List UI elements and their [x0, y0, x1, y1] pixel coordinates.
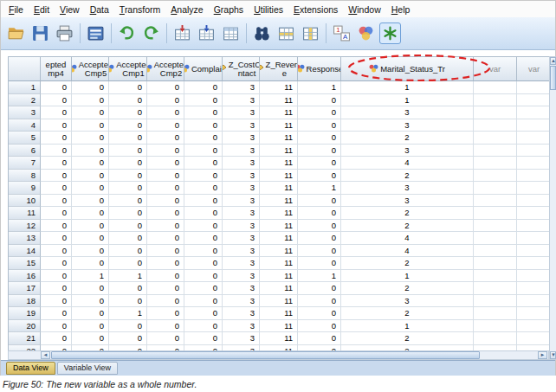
- cell[interactable]: [474, 132, 517, 145]
- menu-data[interactable]: Data: [85, 3, 114, 16]
- save-icon[interactable]: [29, 22, 51, 44]
- cell[interactable]: [517, 245, 550, 258]
- cell[interactable]: 0: [147, 220, 184, 233]
- cell[interactable]: 0: [298, 207, 341, 220]
- cell[interactable]: 0: [109, 220, 147, 233]
- row-number[interactable]: 14: [9, 245, 41, 258]
- cell[interactable]: 0: [184, 106, 223, 119]
- cell[interactable]: 0: [109, 320, 147, 333]
- cell[interactable]: 11: [260, 157, 298, 170]
- cell[interactable]: 2: [341, 257, 474, 270]
- cell[interactable]: 1: [341, 81, 474, 94]
- cell[interactable]: 0: [41, 119, 72, 132]
- cell[interactable]: 0: [41, 145, 72, 157]
- cell[interactable]: 3: [341, 195, 474, 208]
- cell[interactable]: [474, 195, 517, 208]
- menu-analyze[interactable]: Analyze: [165, 3, 208, 16]
- cell[interactable]: 0: [41, 94, 72, 107]
- cell[interactable]: 0: [298, 145, 341, 157]
- cell[interactable]: 0: [147, 320, 184, 333]
- cell[interactable]: 0: [109, 182, 147, 195]
- value-labels-icon[interactable]: 1A: [331, 22, 352, 44]
- cell[interactable]: 0: [72, 282, 109, 295]
- menu-utilities[interactable]: Utilities: [249, 3, 288, 16]
- scroll-up-button[interactable]: ▲: [550, 57, 556, 65]
- cell[interactable]: 0: [298, 106, 341, 119]
- insert-cases-icon[interactable]: [275, 22, 297, 44]
- cell[interactable]: 11: [260, 257, 298, 270]
- row-number[interactable]: 2: [9, 94, 41, 107]
- cell[interactable]: 0: [109, 207, 147, 220]
- column-header-accepted-cmp4[interactable]: eptedmp4: [41, 57, 72, 81]
- row-number[interactable]: 5: [9, 132, 41, 145]
- horizontal-scroll-thumb[interactable]: [51, 351, 480, 359]
- cell[interactable]: 0: [147, 195, 184, 208]
- cell[interactable]: 3: [341, 145, 474, 157]
- cell[interactable]: [474, 106, 517, 119]
- cell[interactable]: [474, 170, 517, 183]
- cell[interactable]: 0: [147, 81, 184, 94]
- cell[interactable]: 0: [41, 232, 72, 245]
- show-all-variables-icon[interactable]: [379, 22, 401, 44]
- cell[interactable]: 0: [184, 270, 223, 283]
- cell[interactable]: 0: [72, 145, 109, 157]
- cell[interactable]: 4: [341, 245, 474, 258]
- cell[interactable]: [474, 332, 517, 345]
- recall-dialogs-icon[interactable]: [85, 22, 107, 44]
- cell[interactable]: 0: [147, 132, 184, 145]
- cell[interactable]: 0: [184, 182, 223, 195]
- cell[interactable]: 1: [298, 81, 341, 94]
- cell[interactable]: [474, 320, 517, 333]
- cell[interactable]: 1: [109, 270, 147, 283]
- menu-edit[interactable]: Edit: [29, 3, 55, 16]
- cell[interactable]: 1: [298, 182, 341, 195]
- cell[interactable]: [474, 157, 517, 170]
- tab-data-view[interactable]: Data View: [6, 362, 55, 375]
- cell[interactable]: 0: [109, 132, 147, 145]
- cell[interactable]: 3: [223, 245, 260, 258]
- cell[interactable]: 2: [341, 170, 474, 183]
- cell[interactable]: 0: [72, 232, 109, 245]
- cell[interactable]: 11: [260, 232, 298, 245]
- row-number[interactable]: 6: [9, 145, 41, 157]
- cell[interactable]: 0: [298, 245, 341, 258]
- cell[interactable]: 0: [184, 307, 223, 320]
- cell[interactable]: [517, 81, 550, 94]
- cell[interactable]: 0: [184, 232, 223, 245]
- cell[interactable]: [474, 94, 517, 107]
- cell[interactable]: 0: [41, 157, 72, 170]
- cell[interactable]: [474, 207, 517, 220]
- cell[interactable]: 0: [109, 81, 147, 94]
- cell[interactable]: 0: [298, 320, 341, 333]
- cell[interactable]: [517, 157, 550, 170]
- insert-variable-icon[interactable]: [300, 22, 321, 44]
- cell[interactable]: 0: [184, 282, 223, 295]
- cell[interactable]: [474, 145, 517, 157]
- cell[interactable]: 0: [147, 119, 184, 132]
- cell[interactable]: 0: [147, 106, 184, 119]
- cell[interactable]: 3: [223, 119, 260, 132]
- cell[interactable]: [474, 81, 517, 94]
- cell[interactable]: 0: [298, 282, 341, 295]
- cell[interactable]: 0: [147, 295, 184, 308]
- cell[interactable]: 0: [72, 94, 109, 107]
- cell[interactable]: 3: [223, 220, 260, 233]
- cell[interactable]: 11: [260, 94, 298, 107]
- cell[interactable]: 11: [260, 220, 298, 233]
- cell[interactable]: 0: [72, 157, 109, 170]
- cell[interactable]: 0: [184, 145, 223, 157]
- menu-extensions[interactable]: Extensions: [288, 3, 343, 16]
- cell[interactable]: 3: [223, 132, 260, 145]
- open-icon[interactable]: [5, 22, 27, 44]
- cell[interactable]: 0: [298, 257, 341, 270]
- cell[interactable]: 0: [147, 232, 184, 245]
- cell[interactable]: 1: [341, 94, 474, 107]
- cell[interactable]: 3: [223, 81, 260, 94]
- cell[interactable]: 0: [298, 307, 341, 320]
- cell[interactable]: 0: [109, 106, 147, 119]
- cell[interactable]: 0: [109, 282, 147, 295]
- cell[interactable]: 0: [41, 270, 72, 283]
- cell[interactable]: [474, 232, 517, 245]
- cell[interactable]: [517, 270, 550, 283]
- cell[interactable]: 11: [260, 270, 298, 283]
